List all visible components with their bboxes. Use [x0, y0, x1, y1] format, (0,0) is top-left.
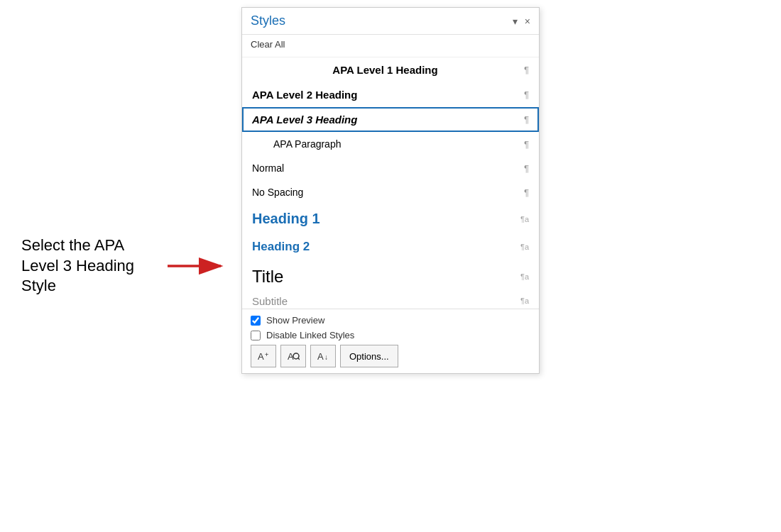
arrow-container [168, 255, 231, 277]
style-name-title: Title [252, 267, 515, 287]
style-name-no-spacing: No Spacing [252, 187, 518, 198]
panel-header-icons: ▾ × [513, 16, 530, 27]
show-preview-label: Show Preview [266, 315, 324, 326]
styles-panel: Styles ▾ × Clear All APA Level 1 Heading… [241, 7, 540, 374]
svg-text:+: + [265, 351, 268, 358]
new-style-button[interactable]: A + [251, 345, 276, 367]
style-icon-apa-level1: ¶ [524, 65, 529, 75]
style-item-normal[interactable]: Normal ¶ [242, 156, 539, 180]
show-preview-row: Show Preview [251, 315, 530, 326]
style-item-apa-level1[interactable]: APA Level 1 Heading ¶ [242, 57, 539, 82]
disable-linked-row: Disable Linked Styles [251, 330, 530, 340]
page-container: Select the APA Level 3 Heading Style Sty… [0, 0, 781, 532]
style-item-apa-paragraph[interactable]: APA Paragraph ¶ [242, 132, 539, 156]
style-item-heading1[interactable]: Heading 1 ¶a [242, 204, 539, 233]
style-name-subtitle: Subtitle [252, 295, 515, 307]
style-icon-apa-level3: ¶ [524, 114, 529, 125]
style-name-apa-level3: APA Level 3 Heading [252, 113, 518, 126]
manage-styles-button[interactable]: A ↓ [310, 345, 336, 367]
instruction-text: Select the APA Level 3 Heading Style [21, 235, 156, 297]
style-name-normal: Normal [252, 162, 518, 174]
new-style-icon: A + [257, 350, 270, 362]
svg-text:A: A [258, 351, 264, 362]
style-item-title[interactable]: Title ¶a [242, 260, 539, 293]
style-icon-apa-paragraph: ¶ [524, 139, 529, 150]
style-icon-heading2: ¶a [520, 243, 529, 251]
svg-text:A: A [317, 351, 324, 362]
style-item-no-spacing[interactable]: No Spacing ¶ [242, 180, 539, 204]
svg-text:↓: ↓ [324, 353, 328, 361]
style-name-apa-paragraph: APA Paragraph [252, 138, 518, 150]
style-icon-apa-level2: ¶ [524, 89, 529, 100]
styles-list: APA Level 1 Heading ¶ APA Level 2 Headin… [242, 57, 539, 309]
style-icon-title: ¶a [520, 272, 529, 281]
panel-title: Styles [251, 13, 285, 28]
footer-buttons: A + A A ↓ Options. [251, 345, 530, 367]
style-icon-subtitle: ¶a [520, 297, 529, 305]
manage-styles-icon: A ↓ [317, 350, 329, 362]
style-inspector-button[interactable]: A [280, 345, 306, 367]
disable-linked-label: Disable Linked Styles [266, 330, 354, 340]
panel-footer: Show Preview Disable Linked Styles A + A [242, 309, 539, 373]
svg-point-5 [293, 353, 299, 359]
style-icon-heading1: ¶a [520, 215, 529, 223]
style-item-apa-level3[interactable]: APA Level 3 Heading ¶ [242, 107, 539, 132]
style-icon-normal: ¶ [524, 163, 529, 174]
style-inspector-icon: A [287, 350, 300, 362]
style-item-apa-level2[interactable]: APA Level 2 Heading ¶ [242, 82, 539, 107]
style-name-apa-level2: APA Level 2 Heading [252, 89, 518, 101]
disable-linked-checkbox[interactable] [251, 331, 261, 340]
close-icon[interactable]: × [525, 16, 530, 27]
style-name-heading2: Heading 2 [252, 240, 515, 254]
clear-all-button[interactable]: Clear All [242, 35, 539, 57]
arrow-icon [168, 255, 231, 277]
style-item-subtitle[interactable]: Subtitle ¶a [242, 293, 539, 309]
svg-line-6 [298, 358, 300, 360]
style-name-apa-level1: APA Level 1 Heading [252, 64, 518, 76]
style-name-heading1: Heading 1 [252, 211, 515, 227]
show-preview-checkbox[interactable] [251, 316, 261, 326]
panel-header: Styles ▾ × [242, 8, 539, 35]
dropdown-icon[interactable]: ▾ [513, 16, 518, 27]
options-button[interactable]: Options... [340, 345, 398, 367]
style-icon-no-spacing: ¶ [524, 187, 529, 198]
left-label-area: Select the APA Level 3 Heading Style [21, 235, 231, 297]
style-item-heading2[interactable]: Heading 2 ¶a [242, 233, 539, 260]
